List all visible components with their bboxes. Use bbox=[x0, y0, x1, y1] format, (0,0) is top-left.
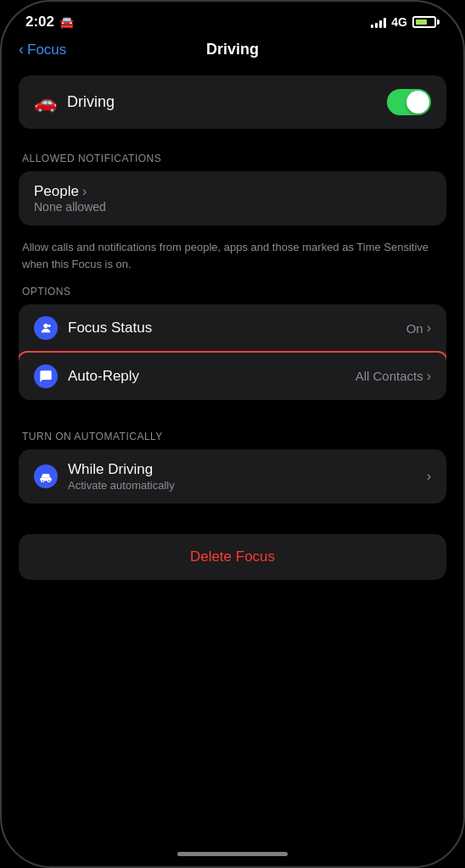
svg-point-0 bbox=[43, 324, 48, 328]
car-status-icon: 🚘 bbox=[59, 15, 74, 29]
driving-toggle-card: 🚗 Driving bbox=[19, 75, 446, 129]
driving-left: 🚗 Driving bbox=[34, 92, 115, 114]
back-button[interactable]: ‹ Focus bbox=[19, 41, 66, 58]
svg-point-6 bbox=[48, 480, 50, 481]
auto-reply-value: All Contacts bbox=[356, 369, 423, 383]
battery-indicator bbox=[412, 16, 440, 28]
allowed-notifications-header: ALLOWED NOTIFICATIONS bbox=[19, 153, 446, 164]
while-driving-right: › bbox=[427, 469, 431, 484]
phone-shell: 2:02 🚘 4G bbox=[0, 0, 465, 868]
home-indicator bbox=[2, 846, 463, 866]
focus-status-right: On › bbox=[406, 320, 431, 336]
driving-car-icon: 🚗 bbox=[34, 92, 57, 114]
volume-up-button[interactable] bbox=[0, 171, 2, 226]
signal-bar-3 bbox=[379, 20, 382, 28]
status-time: 2:02 🚘 bbox=[25, 14, 74, 31]
focus-status-icon bbox=[39, 321, 53, 335]
battery-fill bbox=[416, 19, 427, 25]
while-driving-card: While Driving Activate automatically › bbox=[19, 449, 446, 504]
people-card: People › None allowed bbox=[19, 171, 446, 225]
while-driving-label: While Driving bbox=[68, 461, 175, 478]
while-driving-subtitle: Activate automatically bbox=[68, 479, 175, 492]
auto-reply-label: Auto-Reply bbox=[68, 368, 139, 385]
focus-status-row[interactable]: Focus Status On › bbox=[19, 304, 446, 352]
chevron-back-icon: ‹ bbox=[19, 41, 24, 58]
page-title: Driving bbox=[206, 41, 259, 58]
people-label: People bbox=[34, 183, 79, 200]
people-chevron: › bbox=[82, 184, 87, 199]
back-label: Focus bbox=[27, 42, 66, 58]
turn-on-header: TURN ON AUTOMATICALLY bbox=[19, 431, 446, 442]
while-driving-car-icon bbox=[38, 470, 53, 482]
driving-toggle[interactable] bbox=[387, 89, 431, 115]
while-driving-text-block: While Driving Activate automatically bbox=[68, 461, 175, 492]
options-header: OPTIONS bbox=[19, 286, 446, 298]
none-allowed-label: None allowed bbox=[34, 200, 106, 214]
battery-body bbox=[412, 16, 436, 28]
focus-status-icon-bg bbox=[34, 316, 58, 340]
battery-tip bbox=[437, 19, 440, 25]
nav-bar: ‹ Focus Driving bbox=[2, 34, 463, 67]
while-driving-chevron: › bbox=[427, 469, 431, 484]
people-row-content: People › None allowed bbox=[34, 183, 106, 214]
time-display: 2:02 bbox=[25, 14, 54, 31]
signal-bar-2 bbox=[375, 23, 378, 28]
focus-status-label: Focus Status bbox=[68, 320, 152, 337]
network-type: 4G bbox=[391, 15, 407, 29]
delete-focus-button[interactable]: Delete Focus bbox=[19, 534, 446, 580]
options-section: OPTIONS Focus Status bbox=[19, 286, 446, 407]
content-area: 🚗 Driving ALLOWED NOTIFICATIONS People › bbox=[2, 67, 463, 846]
notifications-description: Allow calls and notifications from peopl… bbox=[19, 232, 446, 286]
volume-down-button[interactable] bbox=[0, 239, 2, 294]
delete-focus-label: Delete Focus bbox=[190, 548, 275, 565]
while-driving-icon-bg bbox=[34, 465, 58, 488]
options-card: Focus Status On › bbox=[19, 304, 446, 400]
status-right: 4G bbox=[371, 15, 440, 29]
auto-reply-icon-bg bbox=[34, 364, 58, 388]
focus-status-chevron: › bbox=[427, 320, 431, 336]
auto-reply-row[interactable]: Auto-Reply All Contacts › bbox=[19, 353, 446, 400]
svg-point-5 bbox=[42, 480, 44, 481]
auto-reply-chevron: › bbox=[427, 369, 431, 384]
auto-reply-right: All Contacts › bbox=[356, 369, 431, 384]
focus-status-value: On bbox=[406, 321, 423, 336]
svg-point-1 bbox=[48, 325, 50, 327]
while-driving-left: While Driving Activate automatically bbox=[34, 461, 175, 492]
mute-button[interactable] bbox=[0, 120, 2, 154]
home-bar bbox=[177, 852, 288, 856]
auto-reply-left: Auto-Reply bbox=[34, 364, 139, 388]
signal-indicator bbox=[371, 17, 386, 28]
screen: 2:02 🚘 4G bbox=[2, 2, 463, 866]
auto-reply-icon bbox=[39, 370, 53, 383]
turn-on-section: TURN ON AUTOMATICALLY bbox=[19, 431, 446, 510]
focus-status-left: Focus Status bbox=[34, 316, 152, 340]
signal-bar-4 bbox=[384, 18, 386, 28]
people-row[interactable]: People › None allowed bbox=[19, 171, 446, 225]
toggle-knob bbox=[406, 91, 429, 114]
driving-label: Driving bbox=[67, 93, 115, 111]
auto-reply-container: Auto-Reply All Contacts › bbox=[19, 353, 446, 400]
signal-bar-1 bbox=[371, 25, 373, 28]
while-driving-row[interactable]: While Driving Activate automatically › bbox=[19, 449, 446, 504]
